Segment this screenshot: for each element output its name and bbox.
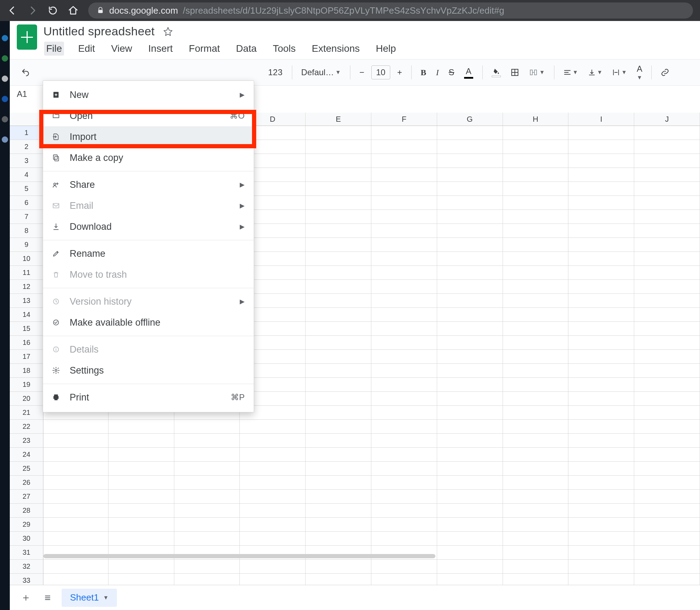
cell[interactable] [306,504,371,518]
fill-color-button[interactable] [489,66,504,79]
cell[interactable] [634,154,700,168]
cell[interactable] [306,532,371,546]
cell[interactable] [306,196,371,210]
vertical-align-button[interactable]: ▼ [585,66,606,78]
cell[interactable] [437,252,503,266]
cell[interactable] [240,420,306,434]
cell[interactable] [437,448,503,462]
file-menu-import[interactable]: Import [43,126,254,147]
all-sheets-button[interactable]: ≡ [40,590,55,605]
cell[interactable] [634,476,700,490]
menu-extensions[interactable]: Extensions [310,42,362,56]
cell[interactable] [634,182,700,196]
cell[interactable] [371,364,437,378]
row-header[interactable]: 4 [10,168,43,182]
cell[interactable] [240,532,306,546]
row-header[interactable]: 21 [10,406,43,420]
file-menu-settings[interactable]: Settings [43,360,254,381]
cell[interactable] [306,252,371,266]
cell[interactable] [240,434,306,448]
cell[interactable] [568,392,634,406]
file-menu-share[interactable]: Share ▶ [43,174,254,195]
row-header[interactable]: 6 [10,196,43,210]
cell[interactable] [503,504,569,518]
cell[interactable] [371,126,437,140]
cell[interactable] [371,378,437,392]
cell[interactable] [437,182,503,196]
cell[interactable] [437,322,503,336]
horizontal-scrollbar[interactable] [43,553,696,560]
row-header[interactable]: 27 [10,490,43,504]
cell[interactable] [568,224,634,238]
cell[interactable] [240,560,306,574]
sheet-tab-active[interactable]: Sheet1 ▼ [62,589,117,607]
column-header[interactable]: E [306,113,371,126]
cell[interactable] [503,476,569,490]
cell[interactable] [634,420,700,434]
cell[interactable] [634,532,700,546]
cell[interactable] [306,406,371,420]
cell[interactable] [306,140,371,154]
row-header[interactable]: 10 [10,252,43,266]
cell[interactable] [568,168,634,182]
cell[interactable] [306,224,371,238]
cell[interactable] [568,462,634,476]
cell[interactable] [108,560,174,574]
menu-view[interactable]: View [109,42,134,56]
cell[interactable] [306,434,371,448]
cell[interactable] [503,224,569,238]
cell[interactable] [174,518,240,532]
name-box[interactable]: A1 [17,89,27,99]
cell[interactable] [43,490,108,504]
cell[interactable] [306,560,371,574]
cell[interactable] [634,406,700,420]
cell[interactable] [634,336,700,350]
menu-file[interactable]: File [44,42,64,56]
cell[interactable] [503,532,569,546]
cell[interactable] [371,294,437,308]
cell[interactable] [174,420,240,434]
cell[interactable] [240,476,306,490]
cell[interactable] [634,140,700,154]
file-menu-new[interactable]: New ▶ [43,84,254,105]
cell[interactable] [306,378,371,392]
cell[interactable] [437,462,503,476]
cell[interactable] [568,154,634,168]
cell[interactable] [437,238,503,252]
cell[interactable] [634,266,700,280]
cell[interactable] [437,154,503,168]
cell[interactable] [437,490,503,504]
cell[interactable] [568,434,634,448]
cell[interactable] [568,350,634,364]
cell[interactable] [306,182,371,196]
cell[interactable] [371,182,437,196]
cell[interactable] [634,518,700,532]
row-header[interactable]: 18 [10,364,43,378]
cell[interactable] [108,420,174,434]
cell[interactable] [634,350,700,364]
cell[interactable] [437,196,503,210]
row-header[interactable]: 9 [10,238,43,252]
font-size-input[interactable]: 10 [371,65,390,79]
cell[interactable] [43,476,108,490]
cell[interactable] [634,196,700,210]
cell[interactable] [174,448,240,462]
cell[interactable] [371,140,437,154]
file-menu-email[interactable]: Email ▶ [43,195,254,216]
menu-edit[interactable]: Edit [76,42,97,56]
row-headers[interactable]: 1234567891011121314151617181920212223242… [10,126,43,588]
cell[interactable] [371,322,437,336]
nav-home-button[interactable] [68,5,78,16]
doc-title[interactable]: Untitled spreadsheet [43,24,155,38]
sheets-logo-icon[interactable] [17,24,37,50]
cell[interactable] [43,560,108,574]
bold-button[interactable]: B [418,66,429,79]
cell[interactable] [568,308,634,322]
cell[interactable] [306,308,371,322]
row-header[interactable]: 12 [10,280,43,294]
cell[interactable] [568,420,634,434]
cell[interactable] [634,504,700,518]
cell[interactable] [503,560,569,574]
cell[interactable] [43,448,108,462]
cell[interactable] [437,560,503,574]
